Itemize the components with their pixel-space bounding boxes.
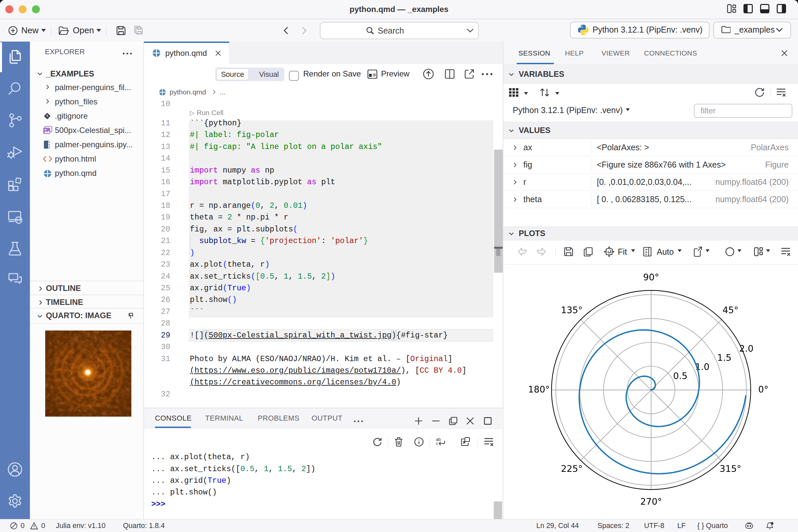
svg-text:c: c <box>436 441 438 446</box>
